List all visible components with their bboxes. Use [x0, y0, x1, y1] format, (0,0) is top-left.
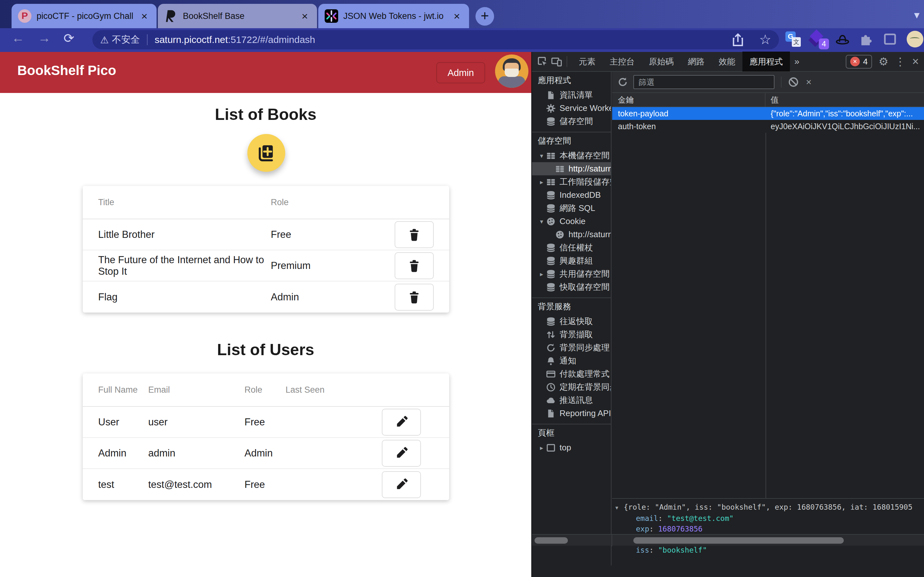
edit-user-button[interactable]	[382, 471, 421, 498]
admin-menu-button[interactable]: Admin	[436, 62, 485, 83]
sidebar-item-service-workers[interactable]: Service Workers	[532, 102, 611, 115]
new-tab-button[interactable]: +	[475, 7, 494, 26]
section-header: 頁框	[532, 424, 611, 441]
sidebar-item-trust-tokens[interactable]: 信任權杖	[532, 241, 611, 254]
twisty-closed-icon[interactable]: ▸	[537, 444, 546, 452]
twisty-closed-icon[interactable]: ▸	[537, 270, 546, 278]
sidebar-item-payment-handler[interactable]: 付款處理常式	[532, 367, 611, 380]
browser-tab-bookshelf[interactable]: BookShelf Base ×	[158, 4, 317, 28]
security-label[interactable]: 不安全	[112, 33, 140, 46]
user-avatar[interactable]	[495, 55, 528, 88]
browser-toolbar: ← → ⟳ ⚠ 不安全 saturn.picoctf.net :51722/#/…	[0, 28, 924, 52]
devtools-tab-application[interactable]: 應用程式	[742, 52, 790, 71]
more-tabs-icon[interactable]: »	[790, 56, 804, 67]
panel-hscrollbar[interactable]	[633, 537, 844, 544]
browser-tab-jwt[interactable]: JSON Web Tokens - jwt.io ×	[318, 4, 469, 28]
edit-user-button[interactable]	[382, 440, 421, 467]
sidebar-item-local-storage[interactable]: ▾ 本機儲存空間	[532, 149, 611, 162]
not-secure-warning-icon: ⚠	[100, 34, 109, 45]
extensions-puzzle-icon[interactable]	[859, 32, 873, 46]
tab-close-icon[interactable]: ×	[138, 10, 151, 23]
devtools-close-icon[interactable]: ×	[912, 55, 919, 68]
clear-icon[interactable]: ×	[806, 77, 812, 87]
sidebar-item-manifest[interactable]: 資訊清單	[532, 89, 611, 102]
url-path: :51722/#/admindash	[228, 34, 315, 45]
sidebar-item-shared-storage[interactable]: ▸ 共用儲存空間	[532, 268, 611, 280]
document-icon	[546, 90, 556, 100]
reload-button[interactable]: ⟳	[63, 31, 74, 45]
sidebar-item-session-storage[interactable]: ▸ 工作階段儲存空間	[532, 175, 611, 189]
site-header: BookShelf Pico Admin	[0, 52, 531, 93]
devtools-tab-network[interactable]: 網路	[681, 52, 712, 71]
tab-search-chevron-icon[interactable]: ▾	[914, 8, 919, 21]
sidebar-item-interest-groups[interactable]: 興趣群組	[532, 254, 611, 268]
sidebar-item-cache-storage[interactable]: 快取儲存空間	[532, 280, 611, 293]
sidebar-item-notifications[interactable]: 通知	[532, 354, 611, 367]
user-row: User user Free	[83, 407, 449, 438]
twisty-closed-icon[interactable]: ▸	[537, 178, 546, 186]
table-icon	[546, 151, 556, 161]
sidebar-hscrollbar[interactable]	[535, 537, 568, 544]
add-book-button[interactable]	[247, 134, 285, 172]
devtools-tab-sources[interactable]: 原始碼	[642, 52, 681, 71]
translate-extension-icon[interactable]: G 文	[785, 31, 801, 47]
devtools-menu-icon[interactable]: ⋮	[895, 55, 906, 68]
bell-icon	[546, 356, 556, 366]
hat-extension-icon[interactable]	[835, 32, 850, 46]
filter-input[interactable]	[633, 75, 774, 89]
sidebar-item-top-frame[interactable]: ▸ top	[532, 441, 611, 454]
share-icon[interactable]	[731, 33, 745, 47]
block-icon[interactable]	[788, 77, 799, 87]
sidebar-item-push-messaging[interactable]: 推送訊息	[532, 394, 611, 407]
storage-row-token-payload[interactable]: token-payload {"role":"Admin","iss":"boo…	[612, 107, 924, 120]
col-value: 值	[766, 93, 924, 106]
sidebar-item-back-forward-cache[interactable]: 往返快取	[532, 315, 611, 328]
picoctf-favicon-icon: P	[18, 9, 31, 23]
sidebar-item-cookies-origin[interactable]: http://saturn	[532, 228, 611, 241]
devtools-tab-elements[interactable]: 元素	[572, 52, 603, 71]
side-panel-icon[interactable]	[883, 32, 897, 46]
col-role: Role	[244, 385, 286, 395]
delete-book-button[interactable]	[395, 284, 434, 311]
twisty-open-icon[interactable]: ▾	[537, 218, 546, 226]
edit-user-button[interactable]	[382, 409, 421, 436]
user-row: test test@test.com Free	[83, 469, 449, 500]
sidebar-item-reporting-api[interactable]: Reporting API	[532, 407, 611, 420]
book-row: Flag Admin	[83, 282, 449, 313]
devtools-settings-icon[interactable]: ⚙	[879, 55, 888, 68]
bookmark-star-icon[interactable]: ☆	[759, 33, 771, 47]
sidebar-item-background-fetch[interactable]: 背景擷取	[532, 328, 611, 341]
book-role: Free	[271, 229, 357, 240]
column-divider[interactable]	[766, 133, 766, 498]
storage-row-auth-token[interactable]: auth-token eyJ0eXAiOiJKV1QiLCJhbGciOiJIU…	[612, 120, 924, 133]
back-button[interactable]: ←	[11, 31, 24, 45]
storage-key: auth-token	[612, 120, 766, 133]
sidebar-item-storage[interactable]: 儲存空間	[532, 115, 611, 128]
browser-tab-picoctf[interactable]: P picoCTF - picoGym Challenges ×	[11, 4, 157, 28]
user-name: User	[83, 416, 148, 428]
twisty-open-icon[interactable]: ▾	[615, 503, 624, 513]
devtools-tab-console[interactable]: 主控台	[603, 52, 642, 71]
sidebar-item-local-storage-origin[interactable]: http://saturn	[532, 162, 611, 175]
inspect-element-icon[interactable]	[537, 56, 548, 67]
sidebar-item-periodic-background-sync[interactable]: 定期在背景同步	[532, 380, 611, 394]
sidebar-item-cookies[interactable]: ▾ Cookie	[532, 215, 611, 228]
delete-book-button[interactable]	[395, 221, 434, 248]
refresh-icon[interactable]	[617, 77, 628, 87]
tab-close-icon[interactable]: ×	[298, 10, 311, 23]
pencil-icon	[395, 478, 408, 492]
sidebar-item-background-sync[interactable]: 背景同步處理	[532, 341, 611, 354]
tab-close-icon[interactable]: ×	[451, 10, 463, 23]
address-bar[interactable]: ⚠ 不安全 saturn.picoctf.net :51722/#/admind…	[92, 30, 779, 49]
delete-book-button[interactable]	[395, 252, 434, 279]
trash-icon	[407, 228, 421, 242]
profile-avatar[interactable]	[907, 31, 923, 47]
error-count-badge[interactable]: × 4	[846, 55, 872, 69]
devtools-tab-performance[interactable]: 效能	[712, 52, 742, 71]
forward-button[interactable]: →	[38, 31, 51, 45]
sidebar-item-websql[interactable]: 網路 SQL	[532, 201, 611, 215]
twisty-open-icon[interactable]: ▾	[537, 152, 546, 160]
purple-extension-icon[interactable]: 4	[811, 31, 826, 47]
device-toolbar-icon[interactable]	[551, 56, 562, 67]
sidebar-item-indexeddb[interactable]: IndexedDB	[532, 189, 611, 201]
